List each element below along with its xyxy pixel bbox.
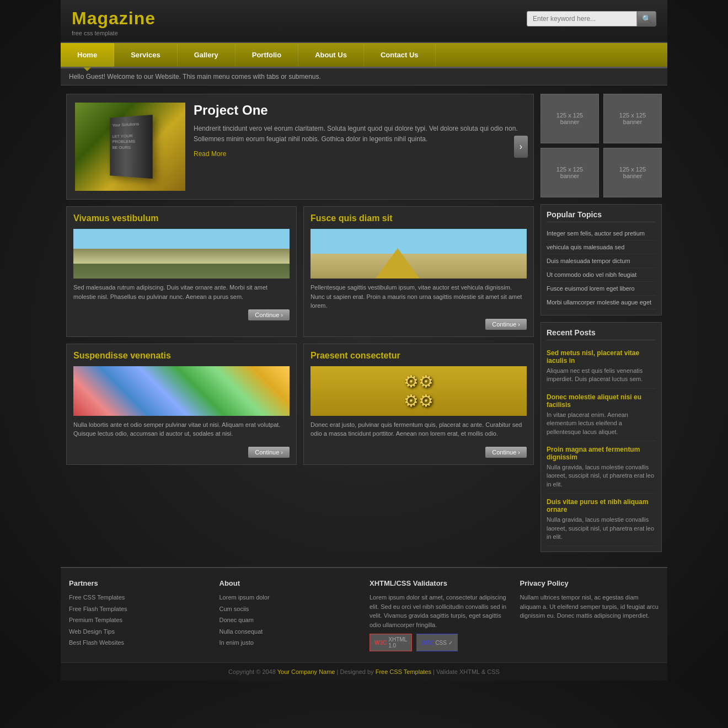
footer-about-link-3[interactable]: Donec quam (220, 615, 359, 625)
boats-image (73, 229, 290, 279)
footer-link-premium[interactable]: Premium Templates (69, 615, 208, 625)
featured-title: Project One (194, 103, 525, 118)
article-praesent-continue[interactable]: Continue › (485, 447, 527, 458)
pyramids-image (311, 229, 527, 279)
copyright-text: Copyright © 2048 (228, 668, 276, 675)
bottom-bar: Copyright © 2048 Your Company Name | Des… (61, 662, 667, 681)
nav-item-portfolio[interactable]: Portfolio (235, 43, 298, 67)
footer-link-web-design[interactable]: Web Design Tips (69, 627, 208, 636)
topic-item[interactable]: Integer sem felis, auctor sed pretium (547, 227, 656, 240)
footer-validators-body: Lorem ipsum dolor sit amet, consectetur … (370, 593, 509, 629)
validator-badges: W3C XHTML1.0 W3C CSS ✓ (370, 634, 509, 651)
footer-link-free-css[interactable]: Free CSS Templates (69, 593, 208, 602)
article-praesent-image: ⚙⚙⚙⚙ (311, 366, 527, 416)
banner-1[interactable]: 125 x 125banner (540, 94, 599, 143)
recent-post-1-title[interactable]: Sed metus nisl, placerat vitae iaculis i… (547, 349, 656, 365)
designed-by-text: | Designed by (337, 668, 374, 675)
article-fusce-image (311, 229, 527, 279)
header: Magazine free css template 🔍 (61, 0, 667, 43)
recent-post-4-title[interactable]: Duis vitae purus et nibh aliquam ornare (547, 498, 656, 513)
nav-item-contact[interactable]: Contact Us (364, 43, 436, 67)
coin-icon: ⚙⚙⚙⚙ (404, 372, 433, 410)
xhtml-icon: W3C (374, 640, 387, 646)
footer-privacy-body: Nullam ultrices tempor nisl, ac egestas … (520, 593, 660, 620)
slider-next-arrow[interactable]: › (514, 136, 528, 158)
article-fusce: Fusce quis diam sit Pellentesque sagitti… (303, 206, 534, 337)
article-suspendisse-body: Nulla lobortis ante et odio semper pulvi… (73, 420, 290, 438)
recent-post-1-body: Aliquam nec est quis felis venenatis imp… (547, 367, 656, 384)
site-title: Magazine (72, 8, 156, 29)
site-subtitle: free css template (72, 30, 156, 36)
featured-read-more[interactable]: Read More (194, 150, 226, 158)
recent-post-4: Duis vitae purus et nibh aliquam ornare … (547, 494, 656, 546)
article-praesent-footer: Continue › (311, 444, 527, 458)
article-suspendisse-image (73, 366, 290, 416)
badge-xhtml[interactable]: W3C XHTML1.0 (370, 634, 412, 651)
recent-posts-title: Recent Posts (547, 328, 656, 340)
featured-book: Your SolutionsLET YOUR PROBLEMSBE OURS (110, 115, 152, 179)
banner-3[interactable]: 125 x 125banner (540, 148, 599, 197)
search-button[interactable]: 🔍 (637, 11, 656, 26)
topic-item[interactable]: Morbi ullamcorper molestie augue eget (547, 296, 656, 309)
footer-about-link-4[interactable]: Nulla consequat (220, 627, 359, 636)
popular-topics-section: Popular Topics Integer sem felis, auctor… (540, 204, 662, 315)
recent-post-3-body: Nulla gravida, lacus molestie convallis … (547, 463, 656, 489)
footer-validators: XHTML/CSS Validators Lorem ipsum dolor s… (370, 579, 509, 651)
banner-2[interactable]: 125 x 125banner (603, 94, 662, 143)
article-suspendisse-continue[interactable]: Continue › (248, 447, 290, 458)
xhtml-label: XHTML1.0 (388, 636, 407, 649)
designer-link[interactable]: Free CSS Templates (376, 668, 431, 675)
articles-grid: Vivamus vestibulum Sed malesuada rutrum … (66, 206, 534, 465)
article-vivamus-body: Sed malesuada rutrum adipiscing. Duis vi… (73, 283, 290, 301)
search-input[interactable] (527, 11, 637, 26)
badge-css[interactable]: W3C CSS ✓ (416, 634, 458, 651)
css-label: CSS ✓ (435, 640, 452, 646)
footer-link-free-flash[interactable]: Free Flash Templates (69, 604, 208, 614)
footer-partners: Partners Free CSS Templates Free Flash T… (69, 579, 208, 651)
topic-item[interactable]: Ut commodo odio vel nibh feugiat (547, 268, 656, 282)
recent-post-3: Proin magna amet fermentum dignissim Nul… (547, 441, 656, 494)
article-praesent-body: Donec erat justo, pulvinar quis fermentu… (311, 420, 527, 438)
recent-post-1: Sed metus nisl, placerat vitae iaculis i… (547, 345, 656, 389)
recent-post-2: Donec molestie aliquet nisi eu facilisis… (547, 389, 656, 441)
article-suspendisse: Suspendisse venenatis Nulla lobortis ant… (66, 344, 297, 465)
pyramid-shape (376, 248, 420, 279)
main-content: Your SolutionsLET YOUR PROBLEMSBE OURS P… (61, 85, 667, 567)
featured-slider: Your SolutionsLET YOUR PROBLEMSBE OURS P… (66, 94, 534, 200)
popular-topics-title: Popular Topics (547, 210, 656, 222)
footer-about-link-5[interactable]: In enim justo (220, 638, 359, 647)
nav-item-about[interactable]: About Us (298, 43, 364, 67)
welcome-text: Hello Guest! Welcome to our Website. Thi… (69, 73, 321, 81)
search-box: 🔍 (527, 11, 656, 26)
logo: Magazine free css template (72, 8, 156, 36)
nav-item-services[interactable]: Services (114, 43, 178, 67)
featured-image: Your SolutionsLET YOUR PROBLEMSBE OURS (75, 103, 185, 191)
footer-validators-title: XHTML/CSS Validators (370, 579, 509, 587)
topic-item[interactable]: Duis malesuada tempor dictum (547, 254, 656, 268)
article-fusce-continue[interactable]: Continue › (485, 319, 527, 330)
article-vivamus: Vivamus vestibulum Sed malesuada rutrum … (66, 206, 297, 337)
article-praesent-title: Praesent consectetur (311, 351, 527, 361)
nav-item-home[interactable]: Home (61, 43, 114, 67)
article-praesent: Praesent consectetur ⚙⚙⚙⚙ Donec erat jus… (303, 344, 534, 465)
article-fusce-title: Fusce quis diam sit (311, 213, 527, 223)
recent-post-3-title[interactable]: Proin magna amet fermentum dignissim (547, 446, 656, 461)
footer-about-link-2[interactable]: Cum sociis (220, 604, 359, 614)
recent-post-2-title[interactable]: Donec molestie aliquet nisi eu facilisis (547, 393, 656, 409)
banner-4[interactable]: 125 x 125banner (603, 148, 662, 197)
article-suspendisse-footer: Continue › (73, 444, 290, 458)
footer-link-best-flash[interactable]: Best Flash Websites (69, 638, 208, 647)
footer-about-title: About (220, 579, 359, 587)
topic-item[interactable]: vehicula quis malesuada sed (547, 240, 656, 254)
article-vivamus-continue[interactable]: Continue › (248, 309, 290, 320)
article-vivamus-footer: Continue › (73, 307, 290, 320)
nav-item-gallery[interactable]: Gallery (178, 43, 235, 67)
company-link[interactable]: Your Company Name (277, 668, 335, 675)
article-fusce-footer: Continue › (311, 316, 527, 330)
book-text: Your SolutionsLET YOUR PROBLEMSBE OURS (113, 121, 150, 151)
topic-item[interactable]: Fusce euismod lorem eget libero (547, 282, 656, 296)
footer-about-link-1[interactable]: Lorem ipsum dolor (220, 593, 359, 602)
sidebar: 125 x 125banner 125 x 125banner 125 x 12… (540, 94, 662, 559)
welcome-bar: Hello Guest! Welcome to our Website. Thi… (61, 68, 667, 85)
nav: Home Services Gallery Portfolio About Us… (61, 43, 667, 68)
